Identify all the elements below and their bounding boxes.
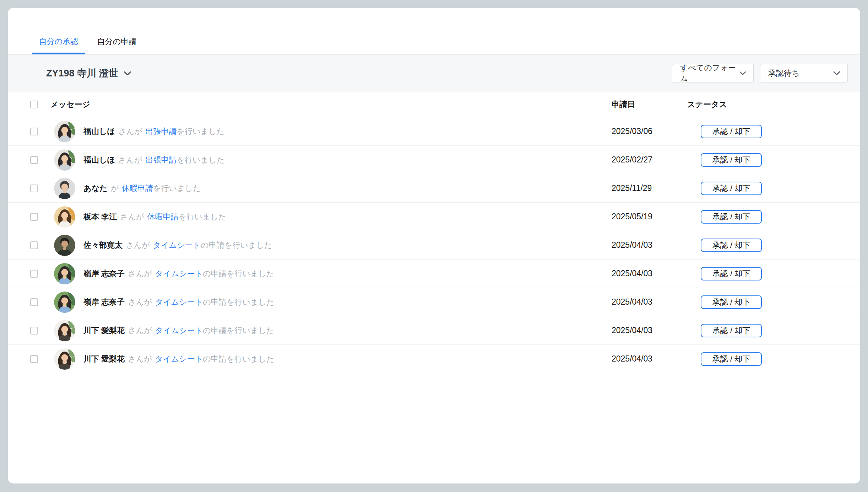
form-link[interactable]: 出張申請 — [146, 127, 177, 136]
status-cell: 承認 / 却下 — [687, 267, 860, 280]
applicant-name: 嶺岸 志奈子 — [83, 298, 125, 306]
row-checkbox[interactable] — [30, 213, 38, 221]
applicant-name: 福山しほ — [83, 155, 115, 164]
message-cell: 福山しほさんが出張申請を行いました — [83, 126, 612, 137]
application-date: 2025/04/03 — [612, 354, 687, 364]
avatar — [54, 206, 75, 228]
avatar — [54, 292, 75, 313]
form-link[interactable]: タイムシート — [153, 241, 201, 250]
approve-reject-button[interactable]: 承認 / 却下 — [701, 267, 762, 280]
filter-bar: ZY198 寺川 澄世 すべてのフォーム 承認待ち — [8, 55, 860, 92]
applicant-name: あなた — [83, 184, 108, 193]
message-cell: 嶺岸 志奈子さんがタイムシートの申請を行いました — [83, 268, 612, 279]
message-particle: さんが — [128, 269, 152, 278]
message-cell: 川下 愛梨花さんがタイムシートの申請を行いました — [83, 325, 612, 336]
applicant-name: 嶺岸 志奈子 — [83, 269, 125, 278]
form-filter-value: すべてのフォーム — [680, 63, 739, 84]
row-checkbox[interactable] — [30, 184, 38, 192]
form-link[interactable]: タイムシート — [155, 326, 203, 335]
message-cell: 川下 愛梨花さんがタイムシートの申請を行いました — [83, 354, 612, 364]
tab-my-requests[interactable]: 自分の申請 — [90, 8, 143, 54]
chevron-down-icon — [833, 71, 840, 75]
approve-reject-button[interactable]: 承認 / 却下 — [701, 210, 762, 224]
message-suffix: を行いました — [153, 184, 201, 193]
application-date: 2025/04/03 — [612, 297, 687, 307]
applicant-name: 佐々部寛太 — [83, 241, 123, 250]
application-date: 2025/05/19 — [612, 212, 687, 221]
form-link[interactable]: 出張申請 — [146, 155, 177, 164]
column-header-message: メッセージ — [50, 99, 612, 110]
avatar — [54, 348, 75, 370]
status-cell: 承認 / 却下 — [687, 295, 860, 309]
avatar — [54, 121, 75, 142]
message-suffix: の申請を行いました — [203, 354, 274, 363]
applicant-name: 福山しほ — [83, 127, 115, 136]
table-row: 川下 愛梨花さんがタイムシートの申請を行いました 2025/04/03 承認 /… — [8, 345, 860, 373]
tab-my-approvals[interactable]: 自分の承認 — [32, 8, 85, 54]
message-cell: 佐々部寛太さんがタイムシートの申請を行いました — [83, 240, 612, 251]
applicant-name: 川下 愛梨花 — [83, 326, 125, 335]
message-cell: 福山しほさんが出張申請を行いました — [83, 155, 612, 165]
message-suffix: を行いました — [179, 212, 227, 221]
approve-reject-button[interactable]: 承認 / 却下 — [701, 295, 762, 309]
avatar — [54, 235, 75, 256]
user-selector-label: ZY198 寺川 澄世 — [46, 67, 118, 80]
avatar — [54, 320, 75, 341]
select-all-checkbox[interactable] — [30, 101, 38, 108]
form-link[interactable]: 休暇申請 — [122, 184, 153, 193]
message-particle: さんが — [128, 354, 152, 363]
approve-reject-button[interactable]: 承認 / 却下 — [701, 324, 762, 337]
desktop-background: 自分の承認 自分の申請 ZY198 寺川 澄世 すべてのフォーム 承認待ち メッ… — [0, 0, 868, 492]
user-selector-dropdown[interactable]: ZY198 寺川 澄世 — [46, 67, 131, 80]
table-row: あなたが休暇申請を行いました 2025/11/29 承認 / 却下 — [8, 174, 860, 203]
message-particle: さんが — [118, 155, 142, 164]
form-filter-dropdown[interactable]: すべてのフォーム — [672, 64, 754, 82]
application-date: 2025/03/06 — [612, 127, 687, 136]
row-checkbox[interactable] — [30, 241, 38, 249]
status-cell: 承認 / 却下 — [687, 182, 860, 195]
approve-reject-button[interactable]: 承認 / 却下 — [701, 153, 762, 167]
message-particle: さんが — [126, 241, 150, 250]
application-date: 2025/04/03 — [612, 326, 687, 335]
status-cell: 承認 / 却下 — [687, 125, 860, 138]
form-link[interactable]: タイムシート — [155, 269, 203, 278]
row-checkbox[interactable] — [30, 355, 38, 363]
table-row: 福山しほさんが出張申請を行いました 2025/03/06 承認 / 却下 — [8, 117, 860, 146]
status-filter-dropdown[interactable]: 承認待ち — [760, 64, 848, 82]
applicant-name: 板本 李江 — [83, 212, 117, 221]
applicant-name: 川下 愛梨花 — [83, 354, 125, 363]
message-cell: 嶺岸 志奈子さんがタイムシートの申請を行いました — [83, 297, 612, 308]
message-particle: さんが — [118, 127, 142, 136]
table-row: 嶺岸 志奈子さんがタイムシートの申請を行いました 2025/04/03 承認 /… — [8, 260, 860, 288]
status-cell: 承認 / 却下 — [687, 153, 860, 167]
message-particle: さんが — [128, 326, 152, 335]
table-header: メッセージ 申請日 ステータス — [8, 92, 860, 117]
message-particle: さんが — [120, 212, 144, 221]
status-cell: 承認 / 却下 — [687, 210, 860, 224]
message-particle: が — [111, 184, 119, 193]
message-suffix: を行いました — [177, 127, 225, 136]
row-checkbox[interactable] — [30, 156, 38, 164]
avatar — [54, 263, 75, 284]
approve-reject-button[interactable]: 承認 / 却下 — [701, 239, 762, 252]
column-header-status: ステータス — [687, 99, 860, 110]
tab-bar: 自分の承認 自分の申請 — [8, 8, 860, 55]
status-cell: 承認 / 却下 — [687, 352, 860, 366]
row-checkbox[interactable] — [30, 128, 38, 135]
app-window: 自分の承認 自分の申請 ZY198 寺川 澄世 すべてのフォーム 承認待ち メッ… — [8, 8, 860, 483]
form-link[interactable]: 休暇申請 — [147, 212, 179, 221]
application-date: 2025/11/29 — [612, 183, 687, 193]
table-row: 川下 愛梨花さんがタイムシートの申請を行いました 2025/04/03 承認 /… — [8, 316, 860, 345]
form-link[interactable]: タイムシート — [155, 298, 203, 306]
message-cell: あなたが休暇申請を行いました — [83, 183, 612, 194]
message-particle: さんが — [128, 298, 152, 306]
row-checkbox[interactable] — [30, 298, 38, 306]
approve-reject-button[interactable]: 承認 / 却下 — [701, 352, 762, 366]
row-checkbox[interactable] — [30, 270, 38, 278]
chevron-down-icon — [739, 71, 746, 75]
approve-reject-button[interactable]: 承認 / 却下 — [701, 182, 762, 195]
status-filter-value: 承認待ち — [768, 68, 800, 79]
form-link[interactable]: タイムシート — [155, 354, 203, 363]
approve-reject-button[interactable]: 承認 / 却下 — [701, 125, 762, 138]
row-checkbox[interactable] — [30, 327, 38, 335]
